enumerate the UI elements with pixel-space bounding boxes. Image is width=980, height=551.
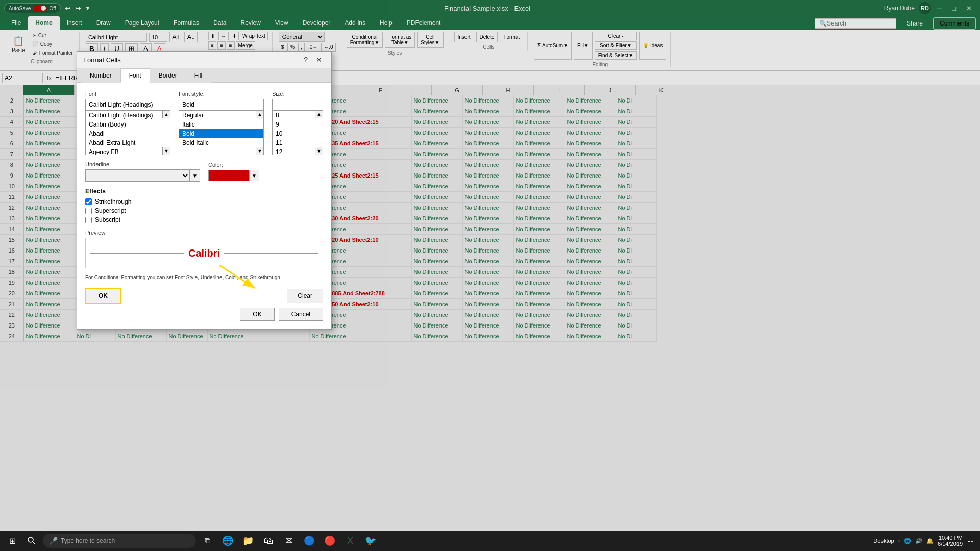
search-input[interactable]	[827, 20, 878, 27]
cell-12-8[interactable]: No Difference	[513, 203, 565, 213]
cell-6-10[interactable]: No Di	[616, 138, 656, 149]
cell-24-7[interactable]: No Difference	[462, 331, 513, 342]
cell-18-6[interactable]: No Difference	[411, 267, 462, 278]
cell-8-0[interactable]: No Difference	[23, 160, 75, 170]
cell-9-7[interactable]: No Difference	[462, 170, 513, 181]
wrap-text-button[interactable]: Wrap Text	[240, 32, 268, 40]
cell-14-9[interactable]: No Difference	[565, 224, 616, 235]
cell-9-10[interactable]: No Di	[616, 170, 656, 181]
tab-data[interactable]: Data	[206, 16, 233, 30]
cell-23-10[interactable]: No Di	[616, 320, 656, 331]
increase-font-button[interactable]: A↑	[169, 32, 183, 42]
font-list-item-calibri-body[interactable]: Calibri (Body)	[86, 120, 170, 129]
cell-24-3[interactable]: No Difference	[166, 331, 207, 342]
cell-10-8[interactable]: No Difference	[513, 181, 565, 192]
delete-cells-button[interactable]: Delete	[476, 32, 498, 42]
modal-help-button[interactable]: ?	[301, 55, 311, 65]
network-icon[interactable]: 🌐	[904, 538, 911, 544]
cell-10-6[interactable]: No Difference	[411, 181, 462, 192]
cell-17-9[interactable]: No Difference	[565, 256, 616, 267]
cell-5-6[interactable]: No Difference	[411, 128, 462, 138]
cell-2-8[interactable]: No Difference	[513, 95, 565, 106]
cell-24-0[interactable]: No Difference	[23, 331, 75, 342]
cell-15-6[interactable]: No Difference	[411, 235, 462, 245]
format-cells-button[interactable]: Format	[500, 32, 523, 42]
cell-24-4[interactable]: No Difference	[207, 331, 309, 342]
cell-9-9[interactable]: No Difference	[565, 170, 616, 181]
cancel-button[interactable]: Cancel	[279, 308, 323, 321]
cell-11-6[interactable]: No Difference	[411, 192, 462, 203]
taskbar-store-icon[interactable]: 🛍	[259, 531, 278, 551]
quick-access-more[interactable]: ▼	[85, 5, 91, 11]
cell-23-0[interactable]: No Difference	[23, 320, 75, 331]
taskbar-clock[interactable]: 10:40 PM 6/14/2019	[938, 535, 963, 547]
row-header-3[interactable]: 3	[0, 106, 23, 117]
cell-8-7[interactable]: No Difference	[462, 160, 513, 170]
cell-5-7[interactable]: No Difference	[462, 128, 513, 138]
modal-tab-fill[interactable]: Fill	[186, 68, 211, 83]
cell-11-10[interactable]: No Di	[616, 192, 656, 203]
cell-20-6[interactable]: No Difference	[411, 288, 462, 299]
cell-14-10[interactable]: No Di	[616, 224, 656, 235]
cell-21-0[interactable]: No Difference	[23, 299, 75, 310]
cell-2-6[interactable]: No Difference	[411, 95, 462, 106]
tab-pdfelement[interactable]: PDFelement	[400, 16, 448, 30]
cell-19-0[interactable]: No Difference	[23, 278, 75, 288]
cell-10-9[interactable]: No Difference	[565, 181, 616, 192]
cell-15-7[interactable]: No Difference	[462, 235, 513, 245]
style-italic[interactable]: Italic	[179, 120, 263, 129]
merge-button[interactable]: Merge	[236, 41, 255, 50]
cell-3-8[interactable]: No Difference	[513, 106, 565, 117]
close-button[interactable]: ✕	[962, 4, 976, 13]
row-header-16[interactable]: 16	[0, 245, 23, 256]
cell-14-0[interactable]: No Difference	[23, 224, 75, 235]
font-family-input[interactable]	[86, 33, 147, 42]
cell-10-7[interactable]: No Difference	[462, 181, 513, 192]
font-list-item-abadi[interactable]: Abadi	[86, 129, 170, 138]
cell-12-9[interactable]: No Difference	[565, 203, 616, 213]
ok-button[interactable]: OK	[240, 308, 274, 321]
row-header-5[interactable]: 5	[0, 128, 23, 138]
row-header-9[interactable]: 9	[0, 170, 23, 181]
align-bottom-button[interactable]: ⬇	[230, 32, 239, 40]
style-bold-italic[interactable]: Bold Italic	[179, 138, 263, 147]
tab-draw[interactable]: Draw	[89, 16, 118, 30]
cell-13-10[interactable]: No Di	[616, 213, 656, 224]
row-header-22[interactable]: 22	[0, 310, 23, 320]
cell-15-0[interactable]: No Difference	[23, 235, 75, 245]
clear-button-modal[interactable]: Clear	[287, 289, 323, 303]
tab-formulas[interactable]: Formulas	[166, 16, 206, 30]
color-swatch-button[interactable]	[208, 170, 249, 181]
cell-21-7[interactable]: No Difference	[462, 299, 513, 310]
row-header-12[interactable]: 12	[0, 203, 23, 213]
cell-11-8[interactable]: No Difference	[513, 192, 565, 203]
align-top-button[interactable]: ⬆	[208, 32, 217, 40]
cell-16-6[interactable]: No Difference	[411, 245, 462, 256]
cell-24-8[interactable]: No Difference	[513, 331, 565, 342]
cell-7-9[interactable]: No Difference	[565, 149, 616, 160]
tab-help[interactable]: Help	[373, 16, 400, 30]
cell-15-9[interactable]: No Difference	[565, 235, 616, 245]
font-list-item-abadi-extra-light[interactable]: Abadi Extra Light	[86, 138, 170, 147]
style-list-scroll-down[interactable]: ▼	[256, 147, 264, 155]
cell-3-0[interactable]: No Difference	[23, 106, 75, 117]
cell-16-7[interactable]: No Difference	[462, 245, 513, 256]
undo-icon[interactable]: ↩	[65, 4, 71, 12]
cell-4-0[interactable]: No Difference	[23, 117, 75, 128]
cell-2-7[interactable]: No Difference	[462, 95, 513, 106]
cell-13-0[interactable]: No Difference	[23, 213, 75, 224]
align-center-button[interactable]: ≡	[217, 41, 226, 50]
cell-2-10[interactable]: No Di	[616, 95, 656, 106]
task-view-icon[interactable]: ⧉	[198, 531, 216, 551]
cell-8-8[interactable]: No Difference	[513, 160, 565, 170]
cell-13-8[interactable]: No Difference	[513, 213, 565, 224]
cell-6-6[interactable]: No Difference	[411, 138, 462, 149]
cell-3-9[interactable]: No Difference	[565, 106, 616, 117]
ok-button-highlighted[interactable]: OK	[85, 288, 121, 304]
cell-13-9[interactable]: No Difference	[565, 213, 616, 224]
row-header-18[interactable]: 18	[0, 267, 23, 278]
cell-12-6[interactable]: No Difference	[411, 203, 462, 213]
size-list-scroll-down[interactable]: ▼	[315, 147, 323, 155]
tab-review[interactable]: Review	[233, 16, 267, 30]
cell-17-6[interactable]: No Difference	[411, 256, 462, 267]
